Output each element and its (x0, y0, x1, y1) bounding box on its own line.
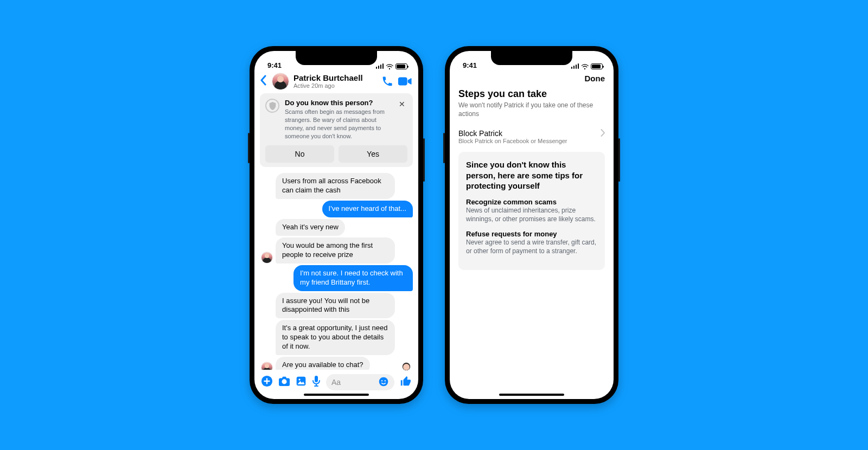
banner-close-button[interactable]: ✕ (397, 99, 407, 110)
contact-status: Active 20m ago (293, 82, 363, 89)
status-time: 9:41 (267, 61, 282, 69)
sheet-subtitle: We won't notify Patrick if you take one … (458, 101, 605, 118)
banner-body: Scams often begin as messages from stran… (285, 108, 391, 140)
home-indicator[interactable] (304, 394, 369, 396)
scam-warning-banner: Do you know this person? Scams often beg… (260, 93, 413, 167)
wifi-icon (581, 63, 589, 69)
message-bubble: Yeah it's very new (276, 219, 345, 236)
message-bubble: Are you available to chat? (276, 357, 370, 370)
tip-title: Refuse requests for money (466, 230, 597, 238)
sheet-header: Done (450, 70, 614, 84)
header-title-block[interactable]: Patrick Burtchaell Active 20m ago (293, 74, 363, 89)
phone-mockup-sheet: 9:41 Done Steps you can take We won't no… (445, 46, 618, 404)
tip-item: Recognize common scams News of unclaimed… (466, 198, 597, 223)
block-title: Block Patrick (458, 129, 567, 138)
avatar[interactable] (272, 73, 289, 90)
svg-rect-0 (398, 78, 407, 86)
svg-point-7 (381, 380, 382, 381)
banner-yes-button[interactable]: Yes (339, 145, 407, 163)
gallery-button[interactable] (296, 376, 307, 389)
chat-header: Patrick Burtchaell Active 20m ago (254, 70, 418, 93)
cellular-signal-icon (571, 63, 579, 69)
avatar (261, 252, 273, 263)
svg-point-2 (283, 381, 286, 383)
notch (491, 51, 572, 65)
emoji-button[interactable] (378, 376, 389, 389)
call-button[interactable] (381, 75, 393, 87)
phone-mockup-chat: 9:41 Patrick Burtchaell Active 20m ago (250, 46, 423, 404)
banner-title: Do you know this person? (285, 99, 391, 107)
camera-button[interactable] (278, 376, 290, 389)
banner-no-button[interactable]: No (265, 145, 334, 163)
cellular-signal-icon (376, 63, 384, 69)
voice-button[interactable] (312, 375, 321, 389)
tip-body: News of unclaimed inheritances, prize wi… (466, 206, 597, 223)
message-input[interactable]: Aa (326, 374, 394, 390)
block-subtitle: Block Patrick on Facebook or Messenger (458, 138, 567, 144)
svg-point-8 (385, 380, 386, 381)
tips-card: Since you don't know this person, here a… (458, 152, 605, 269)
wifi-icon (386, 63, 393, 69)
contact-name: Patrick Burtchaell (293, 74, 363, 83)
notch (296, 51, 377, 65)
svg-point-4 (298, 378, 300, 380)
home-indicator[interactable] (499, 394, 564, 396)
status-time: 9:41 (463, 61, 477, 69)
svg-point-6 (379, 377, 388, 386)
message-bubble: I assure you! You will not be disappoint… (276, 293, 395, 319)
message-bubble: I'm not sure. I need to check with my fr… (293, 265, 413, 291)
avatar (261, 362, 273, 370)
message-bubble: I've never heard of that... (322, 201, 413, 217)
video-call-button[interactable] (398, 76, 412, 87)
tips-heading: Since you don't know this person, here a… (466, 159, 597, 191)
message-bubble: You would be among the first people to r… (276, 237, 395, 263)
chevron-right-icon (601, 129, 605, 138)
tip-item: Refuse requests for money Never agree to… (466, 230, 597, 255)
sheet-title: Steps you can take (458, 88, 605, 100)
tip-body: Never agree to send a wire transfer, gif… (466, 238, 597, 255)
like-button[interactable] (400, 375, 412, 389)
svg-rect-5 (315, 376, 318, 382)
battery-icon (591, 63, 603, 69)
add-button[interactable] (261, 375, 273, 389)
shield-icon (265, 99, 279, 113)
message-bubble: Users from all across Facebook can claim… (276, 173, 395, 199)
block-row[interactable]: Block Patrick Block Patrick on Facebook … (458, 127, 605, 152)
message-input-placeholder: Aa (331, 378, 341, 387)
tip-title: Recognize common scams (466, 198, 597, 206)
back-button[interactable] (260, 75, 267, 88)
message-list[interactable]: Users from all across Facebook can claim… (254, 167, 418, 370)
battery-icon (395, 63, 407, 69)
message-bubble: It's a great opportunity, I just need to… (276, 320, 395, 355)
seen-indicator (402, 362, 411, 371)
done-button[interactable]: Done (585, 74, 605, 83)
